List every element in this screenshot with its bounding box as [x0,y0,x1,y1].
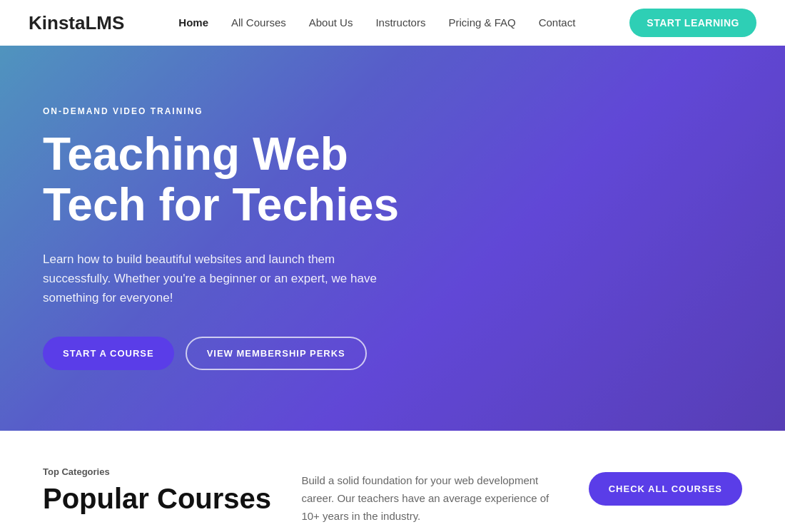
nav-contact[interactable]: Contact [539,16,576,29]
start-learning-button[interactable]: START LEARNING [629,9,756,37]
hero-content: ON-DEMAND VIDEO TRAINING Teaching Web Te… [43,106,399,369]
course-thumbnails: 96 <div> 97 <p> Css 98 <div 99 class="fo… [0,525,785,532]
hero-title-line1: Teaching Web [43,128,348,180]
hero-title: Teaching Web Tech for Techies [43,129,399,230]
hero-section: ON-DEMAND VIDEO TRAINING Teaching Web Te… [0,46,785,431]
hero-title-line2: Tech for Techies [43,179,399,230]
navbar: KinstaLMS Home All Courses About Us Inst… [0,0,785,46]
logo-part1: Kinsta [29,12,85,34]
start-course-button[interactable]: START A COURSE [43,337,174,370]
logo-part2: LMS [85,12,124,34]
section-description: Build a solid foundation for your web de… [301,472,558,525]
logo[interactable]: KinstaLMS [29,12,124,34]
nav-home[interactable]: Home [178,16,208,29]
nav-all-courses[interactable]: All Courses [231,16,286,29]
popular-courses-section: Top Categories Popular Courses Build a s… [0,431,785,525]
membership-perks-button[interactable]: VIEW MEMBERSHIP PERKS [186,337,367,370]
check-all-courses-button[interactable]: CHECK ALL COURSES [589,472,742,506]
popular-courses-title: Popular Courses [43,483,271,514]
top-categories-label: Top Categories [43,466,271,477]
hero-buttons: START A COURSE VIEW MEMBERSHIP PERKS [43,337,399,370]
section-center: Build a solid foundation for your web de… [301,466,558,525]
nav-instructors[interactable]: Instructors [375,16,425,29]
nav-about-us[interactable]: About Us [309,16,353,29]
section-right: CHECK ALL COURSES [589,466,742,506]
nav-pricing-faq[interactable]: Pricing & FAQ [448,16,515,29]
hero-subtitle: Learn how to build beautiful websites an… [43,250,385,308]
section-left: Top Categories Popular Courses [43,466,271,514]
hero-eyebrow: ON-DEMAND VIDEO TRAINING [43,106,399,116]
nav-links: Home All Courses About Us Instructors Pr… [178,16,575,29]
